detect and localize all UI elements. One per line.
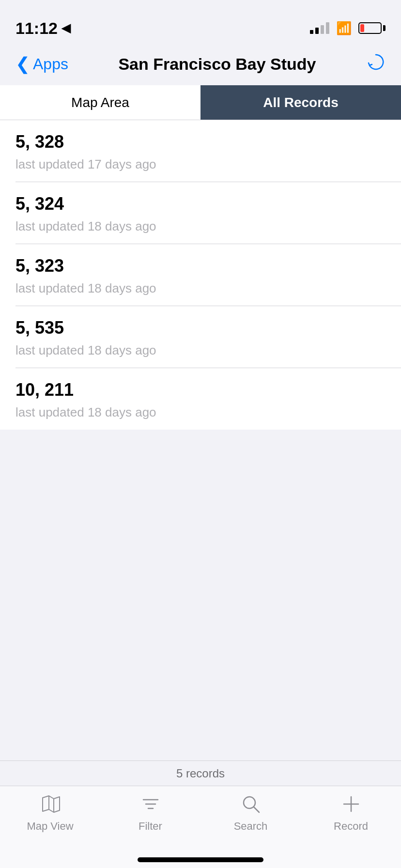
home-indicator (0, 852, 401, 868)
empty-area (0, 430, 401, 760)
content-wrapper: Map Area All Records 5, 328 last updated… (0, 85, 401, 868)
battery-fill (360, 24, 364, 32)
status-icons: 📶 (310, 21, 386, 36)
record-updated: last updated 18 days ago (15, 343, 386, 368)
add-record-icon (341, 794, 361, 816)
signal-bar-1 (310, 30, 313, 34)
map-view-icon (40, 794, 61, 816)
signal-bars (310, 22, 329, 34)
records-list: 5, 328 last updated 17 days ago 5, 324 l… (0, 120, 401, 430)
signal-bar-2 (315, 28, 319, 34)
record-updated: last updated 18 days ago (15, 281, 386, 306)
tab-all-records[interactable]: All Records (200, 85, 401, 120)
tab-all-records-label: All Records (263, 95, 339, 110)
svg-marker-0 (43, 796, 60, 812)
tab-record[interactable]: Record (320, 794, 383, 833)
refresh-button[interactable] (366, 52, 386, 76)
status-bar: 11:12 ◀ 📶 (0, 0, 401, 43)
tab-map-area-label: Map Area (71, 95, 129, 110)
signal-bar-4 (326, 22, 329, 34)
tab-map-view-label: Map View (27, 820, 73, 833)
list-item[interactable]: 5, 328 last updated 17 days ago (0, 120, 401, 182)
battery (358, 22, 386, 34)
page-title: San Francisco Bay Study (68, 55, 366, 74)
nav-bar: ❮ Apps San Francisco Bay Study (0, 43, 401, 85)
list-item[interactable]: 5, 324 last updated 18 days ago (0, 182, 401, 244)
tab-filter[interactable]: Filter (119, 794, 182, 833)
record-id: 5, 323 (15, 256, 386, 281)
svg-line-7 (254, 807, 259, 812)
location-icon: ◀ (62, 21, 70, 35)
list-item[interactable]: 5, 535 last updated 18 days ago (0, 306, 401, 368)
status-time: 11:12 ◀ (15, 19, 70, 38)
record-updated: last updated 18 days ago (15, 219, 386, 244)
back-chevron-icon: ❮ (15, 54, 30, 74)
time-display: 11:12 (15, 19, 58, 38)
home-pill (138, 857, 263, 862)
tab-search-label: Search (234, 820, 268, 833)
back-button[interactable]: ❮ Apps (15, 54, 68, 74)
record-id: 10, 211 (15, 380, 386, 405)
tab-map-view[interactable]: Map View (19, 794, 82, 833)
signal-bar-3 (321, 25, 324, 34)
record-id: 5, 328 (15, 132, 386, 157)
tab-search[interactable]: Search (219, 794, 282, 833)
record-id: 5, 535 (15, 318, 386, 343)
list-item[interactable]: 5, 323 last updated 18 days ago (0, 244, 401, 306)
tab-record-label: Record (334, 820, 368, 833)
tab-filter-label: Filter (139, 820, 162, 833)
tab-map-area[interactable]: Map Area (0, 85, 200, 120)
back-label: Apps (33, 55, 68, 73)
search-icon (241, 794, 261, 816)
battery-body (358, 22, 382, 34)
tab-bar: Map View Filter Search (0, 786, 401, 852)
filter-icon (140, 794, 161, 816)
record-id: 5, 324 (15, 194, 386, 219)
record-updated: last updated 17 days ago (15, 157, 386, 182)
segmented-control: Map Area All Records (0, 85, 401, 120)
records-count: 5 records (176, 767, 225, 780)
battery-nub (383, 25, 386, 31)
record-updated: last updated 18 days ago (15, 405, 386, 430)
list-item[interactable]: 10, 211 last updated 18 days ago (0, 368, 401, 430)
records-count-bar: 5 records (0, 760, 401, 786)
wifi-icon: 📶 (336, 21, 352, 36)
